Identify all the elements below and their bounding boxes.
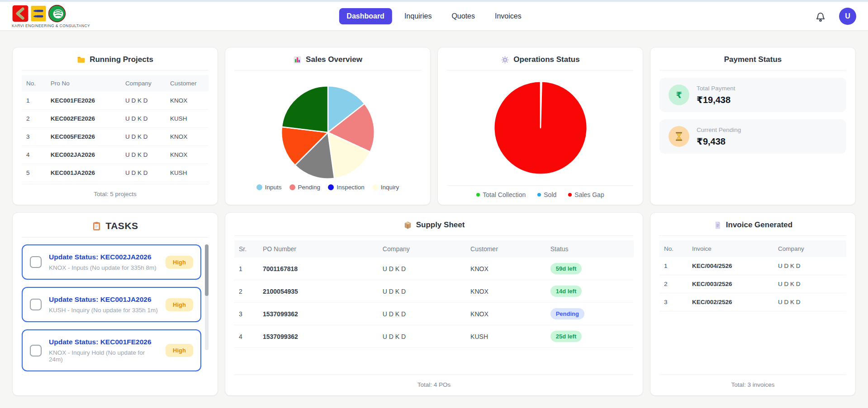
card-title-text: Running Projects [90, 55, 153, 64]
table-cell: 3 [22, 128, 46, 146]
status-badge: 14d left [550, 286, 582, 297]
card-title-text: Operations Status [513, 55, 579, 64]
task-item[interactable]: Update Status: KEC001JA2026KUSH - Inquir… [22, 287, 201, 322]
legend-label: Total Collection [483, 191, 526, 198]
document-icon [713, 221, 722, 230]
table-cell: U D K D [121, 164, 166, 182]
payment-text: Total Payment₹19,438 [697, 85, 735, 105]
pie-slice [281, 86, 327, 132]
table-cell: 1537099362 [258, 325, 378, 348]
legend-marker [537, 193, 541, 197]
task-title: Update Status: KEC002JA2026 [49, 253, 158, 261]
task-checkbox[interactable] [30, 256, 42, 268]
supply-sheet-card: Supply Sheet Sr.PO NumberCompanyCustomer… [225, 212, 643, 396]
table-cell: U D K D [378, 280, 466, 303]
task-subtitle: KUSH - Inquiry (No update for 335h 1m) [49, 307, 158, 314]
bell-icon [814, 9, 827, 23]
table-cell: 3 [234, 303, 258, 325]
table-header-row: No.Pro NoCompanyCustomer [22, 75, 209, 92]
legend-label: Sold [544, 191, 556, 198]
table-row: 2KEC002FE2026U D K DKUSH [22, 110, 209, 128]
task-title: Update Status: KEC001JA2026 [49, 295, 158, 304]
logo-k-icon [12, 5, 29, 23]
divider [22, 237, 209, 238]
table-cell: KNOX [466, 303, 546, 325]
table-row: 1KEC001FE2026U D K DKNOX [22, 92, 209, 110]
task-checkbox[interactable] [30, 345, 42, 356]
divider [234, 235, 634, 236]
column-header: Pro No [46, 75, 121, 92]
bar-chart-icon [293, 56, 302, 64]
legend-marker [289, 184, 295, 190]
scrollbar-thumb[interactable] [205, 244, 209, 296]
logo-text: KARVI ENGINEERING & CONSULTANCY [12, 23, 90, 28]
sales-chart-area: InputsPendingInspectionInquiry [225, 70, 430, 205]
divider [659, 235, 846, 236]
notifications-button[interactable] [814, 9, 827, 23]
column-header: PO Number [258, 240, 378, 258]
table-cell: 5 [22, 164, 46, 182]
status-badge: 25d left [550, 331, 582, 342]
sales-pie-chart [280, 84, 376, 180]
legend-item: Sales Gap [568, 191, 604, 198]
table-cell: KNOX [166, 128, 209, 146]
card-title-text: Invoice Generated [726, 220, 792, 230]
card-title-text: Payment Status [724, 55, 782, 64]
legend-item: Inspection [328, 184, 365, 191]
nav-item-dashboard[interactable]: Dashboard [339, 8, 392, 24]
column-header: Invoice [688, 240, 773, 257]
column-header: Company [121, 75, 166, 92]
table-row: 3KEC/002/2526U D K D [659, 293, 846, 311]
table-cell: 1 [22, 92, 46, 110]
table-cell: 1 [659, 257, 688, 275]
operations-status-title: Operations Status [438, 47, 643, 70]
table-cell: KUSH [166, 110, 209, 128]
task-checkbox[interactable] [30, 299, 42, 310]
app-logo[interactable]: KARVI ENGINEERING & CONSULTANCY [12, 5, 90, 28]
dashboard-grid: Running Projects No.Pro NoCompanyCustome… [0, 31, 868, 408]
table-cell: 4 [22, 146, 46, 164]
legend-marker [328, 184, 334, 190]
legend-label: Inquiry [381, 184, 399, 191]
running-projects-title: Running Projects [13, 47, 218, 70]
table-cell: U D K D [378, 325, 466, 348]
nav-item-quotes[interactable]: Quotes [444, 8, 483, 24]
column-header: No. [659, 240, 688, 257]
table-cell: 4 [234, 325, 258, 348]
table-row: 41537099362U D K DKUSH25d left [234, 325, 634, 348]
task-item[interactable]: Update Status: KEC001FE2026KNOX - Inquir… [22, 329, 201, 371]
payment-rows: ₹Total Payment₹19,438Current Pending₹9,4… [650, 70, 855, 154]
table-header-row: No.InvoiceCompany [659, 240, 846, 257]
payment-value: ₹19,438 [697, 94, 735, 105]
nav-item-invoices[interactable]: Invoices [487, 8, 529, 24]
table-cell: KEC001JA2026 [46, 164, 121, 182]
user-avatar[interactable]: U [839, 8, 856, 25]
task-list[interactable]: Update Status: KEC002JA2026KNOX - Inputs… [22, 244, 209, 387]
table-cell: U D K D [378, 303, 466, 325]
card-title-text: Sales Overview [306, 55, 362, 64]
table-cell: KNOX [166, 92, 209, 110]
column-header: Company [773, 240, 846, 257]
invoice-generated-card: Invoice Generated No.InvoiceCompany1KEC/… [650, 212, 856, 396]
legend-marker [372, 184, 378, 190]
task-subtitle: KNOX - Inquiry Hold (No update for 24m) [49, 349, 158, 363]
task-item[interactable]: Update Status: KEC002JA2026KNOX - Inputs… [22, 244, 201, 280]
legend-label: Inputs [265, 184, 282, 191]
payment-status-title: Payment Status [650, 47, 855, 70]
sales-legend: InputsPendingInspectionInquiry [256, 184, 399, 191]
logo-c-icon [48, 5, 66, 23]
nav-item-inquiries[interactable]: Inquiries [397, 8, 439, 24]
operations-chart-area [438, 70, 643, 185]
gear-icon [501, 56, 509, 64]
main-nav: DashboardInquiriesQuotesInvoices [339, 8, 529, 24]
payment-status-card: Payment Status ₹Total Payment₹19,438Curr… [650, 47, 856, 205]
clipboard-icon [92, 221, 101, 231]
status-badge: 59d left [550, 263, 582, 274]
table-cell: 59d left [546, 258, 634, 280]
table-cell: KEC002FE2026 [46, 110, 121, 128]
column-header: Sr. [234, 240, 258, 258]
task-subtitle: KNOX - Inputs (No update for 335h 8m) [49, 264, 158, 271]
table-cell: 2100054935 [258, 280, 378, 303]
column-header: Customer [166, 75, 209, 92]
folder-icon [77, 56, 85, 64]
